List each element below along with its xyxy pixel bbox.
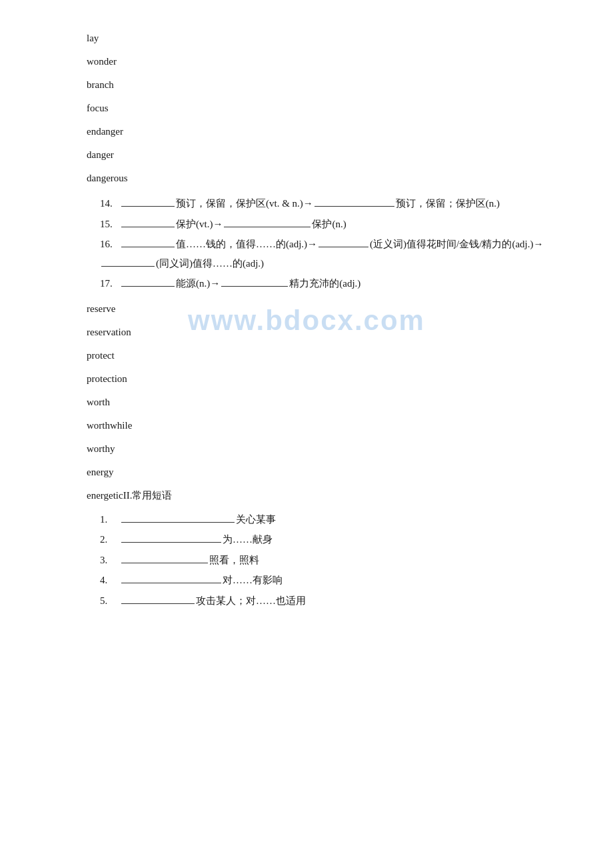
- num-17: 17.: [100, 274, 120, 293]
- num-14: 14.: [100, 194, 120, 213]
- section-ii-title: II.常用短语: [123, 490, 173, 501]
- item-17: 17. 能源(n.)→ 精力充沛的(adj.): [100, 274, 573, 293]
- answer-words: reserve reservation protect protection w…: [87, 297, 573, 507]
- text-15-1: 保护(vt.)→: [176, 215, 223, 234]
- word-branch: branch: [87, 73, 573, 97]
- text-17-2: 精力充沛的(adj.): [289, 274, 360, 293]
- blank-15-2: [224, 217, 310, 227]
- word-protection: protection: [87, 367, 573, 391]
- word-reserve: reserve: [87, 297, 573, 321]
- text-17-1: 能源(n.)→: [176, 274, 220, 293]
- item-16: 16. 值……钱的，值得……的(adj.)→ (近义词)值得花时间/金钱/精力的…: [100, 235, 573, 273]
- item-15: 15. 保护(vt.)→ 保护(n.): [100, 215, 573, 234]
- phrase-text-4: 对……有影响: [223, 571, 283, 590]
- text-14-2: 预订，保留；保护区(n.): [396, 194, 500, 213]
- blank-14-1: [121, 196, 175, 207]
- word-worthwhile: worthwhile: [87, 414, 573, 437]
- word-worth: worth: [87, 391, 573, 414]
- phrase-4: 4. 对……有影响: [100, 571, 573, 590]
- blank-14-2: [314, 196, 394, 207]
- blank-16-1: [121, 237, 175, 247]
- phrase-2: 2. 为……献身: [100, 530, 573, 549]
- word-focus: focus: [87, 97, 573, 120]
- phrase-5: 5. 攻击某人；对……也适用: [100, 591, 573, 611]
- numbered-section: 14. 预订，保留，保护区(vt. & n.)→ 预订，保留；保护区(n.) 1…: [87, 194, 573, 293]
- phrase-text-5: 攻击某人；对……也适用: [196, 591, 306, 611]
- blank-phrase-1: [121, 512, 235, 523]
- blank-17-2: [221, 276, 288, 287]
- word-lay: lay: [87, 27, 573, 50]
- word-danger: danger: [87, 143, 573, 167]
- item-14: 14. 预订，保留，保护区(vt. & n.)→ 预订，保留；保护区(n.): [100, 194, 573, 213]
- blank-phrase-2: [121, 532, 221, 543]
- phrase-num-3: 3.: [100, 551, 120, 570]
- text-14-1: 预订，保留，保护区(vt. & n.)→: [176, 194, 313, 213]
- text-16-2: (近义词)值得花时间/金钱/精力的(adj.)→: [370, 235, 543, 254]
- phrase-1: 1. 关心某事: [100, 510, 573, 529]
- page-container: www.bdocx.com lay wonder branch focus en…: [0, 0, 613, 641]
- blank-15-1: [121, 217, 175, 227]
- text-16-3: (同义词)值得……的(adj.): [156, 254, 264, 273]
- word-wonder: wonder: [87, 50, 573, 73]
- phrase-text-3: 照看，照料: [209, 551, 259, 570]
- text-15-2: 保护(n.): [312, 215, 346, 234]
- text-16-1: 值……钱的，值得……的(adj.)→: [176, 235, 317, 254]
- word-list: lay wonder branch focus endanger danger …: [87, 27, 573, 190]
- word-energetic-section: energeticII.常用短语: [87, 484, 573, 507]
- phrase-num-1: 1.: [100, 510, 120, 529]
- word-energetic: energetic: [87, 490, 123, 501]
- blank-phrase-4: [121, 573, 221, 583]
- phrase-3: 3. 照看，照料: [100, 551, 573, 570]
- num-15: 15.: [100, 215, 120, 234]
- word-energy: energy: [87, 461, 573, 484]
- phrase-num-5: 5.: [100, 591, 120, 611]
- blank-17-1: [121, 276, 175, 287]
- phrase-text-1: 关心某事: [236, 510, 276, 529]
- word-dangerous: dangerous: [87, 167, 573, 190]
- word-endanger: endanger: [87, 120, 573, 143]
- num-16: 16.: [100, 235, 120, 254]
- word-reservation: reservation: [87, 321, 573, 344]
- blank-phrase-5: [121, 593, 195, 604]
- phrase-num-2: 2.: [100, 530, 120, 549]
- phrase-num-4: 4.: [100, 571, 120, 590]
- word-worthy: worthy: [87, 437, 573, 461]
- blank-phrase-3: [121, 553, 208, 563]
- phrases-section: 1. 关心某事 2. 为……献身 3. 照看，照料 4. 对……有影响 5. 攻…: [87, 510, 573, 611]
- phrase-text-2: 为……献身: [223, 530, 273, 549]
- blank-16-3: [101, 256, 155, 267]
- word-protect: protect: [87, 344, 573, 367]
- blank-16-2: [318, 237, 368, 247]
